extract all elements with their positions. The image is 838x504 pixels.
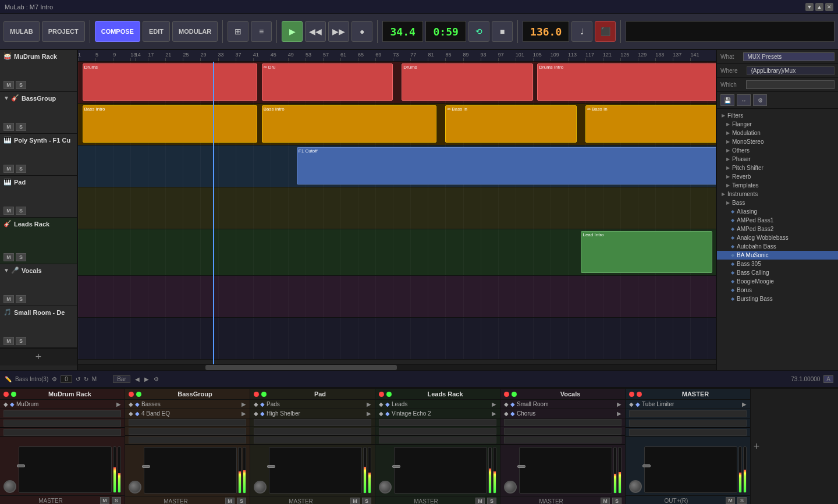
add-track-button[interactable]: + [0, 348, 77, 365]
ch-slot-dropdown-0[interactable] [629, 410, 747, 417]
ch-plugin-pads[interactable]: ◆ ◆ Pads ▶ [250, 400, 375, 409]
mudrum-mute-btn[interactable]: M [3, 81, 14, 89]
tree-item-instruments[interactable]: ▶Instruments [717, 190, 838, 198]
tree-item-modulation[interactable]: ▶Modulation [717, 129, 838, 137]
ch-active-vocals[interactable] [512, 392, 517, 397]
fader-track[interactable] [394, 447, 487, 494]
ch-power-pad[interactable] [254, 392, 259, 397]
ch-plugin-small-room[interactable]: ◆ ◆ Small Room ▶ [500, 400, 625, 409]
ch-plugin-high-shelber[interactable]: ◆ ◆ High Shelber ▶ [250, 409, 375, 418]
mudrum-solo-btn[interactable]: S [16, 81, 26, 89]
pad-mute-btn[interactable]: M [3, 207, 14, 215]
which-input[interactable] [746, 80, 835, 89]
plugin-arrow[interactable]: ▶ [492, 410, 496, 417]
clip-leads[interactable]: Lead Intro [581, 231, 712, 273]
bass-mute-btn[interactable]: M [3, 123, 14, 131]
panel-save-btn[interactable]: 💾 [720, 94, 734, 106]
ch-slot-dropdown-1[interactable] [129, 428, 246, 435]
ch-slot-dropdown-1[interactable] [379, 428, 496, 435]
ch-solo-btn[interactable]: S [112, 497, 121, 504]
poly-solo-btn[interactable]: S [16, 165, 26, 173]
ch-slot-dropdown-2[interactable] [3, 429, 121, 436]
ch-active-pad[interactable] [261, 392, 267, 397]
ch-solo-btn[interactable]: S [487, 498, 496, 504]
poly-mute-btn[interactable]: M [3, 165, 14, 173]
ch-mute-btn[interactable]: M [601, 498, 610, 504]
plugin-arrow[interactable]: ▶ [242, 401, 246, 407]
ch-slot-dropdown-2[interactable] [504, 436, 622, 443]
panel-nav-btn[interactable]: ↔ [737, 94, 751, 106]
vocals-mute-btn[interactable]: M [3, 295, 14, 303]
modular-button[interactable]: MODULAR [172, 21, 218, 42]
tree-item-others[interactable]: ▶Others [717, 146, 838, 155]
loop-button[interactable]: ⟲ [468, 21, 489, 42]
fader-track[interactable] [19, 446, 112, 493]
ch-power-vocals[interactable] [504, 392, 509, 397]
fader-track[interactable] [519, 447, 612, 494]
plugin-arrow[interactable]: ▶ [242, 410, 246, 417]
tree-item-templates[interactable]: ▶Templates [717, 181, 838, 190]
ch-slot-dropdown-0[interactable] [379, 419, 496, 426]
tree-item-amped-bass1[interactable]: ◆AMPed Bass1 [717, 216, 838, 225]
fader-handle[interactable] [517, 465, 525, 468]
nav-prev-btn[interactable]: ◀ [135, 376, 140, 382]
ch-slot-dropdown-2[interactable] [254, 436, 371, 443]
ch-slot-dropdown-2[interactable] [629, 429, 747, 436]
record-arm-button[interactable]: ⬛ [595, 21, 616, 42]
room-mute-btn[interactable]: M [3, 337, 14, 345]
bass-collapse-arrow[interactable]: ▼ [3, 95, 9, 101]
tree-item-bursting-bass[interactable]: ◆Bursting Bass [717, 294, 838, 303]
ch-active-master[interactable] [637, 392, 642, 397]
tree-item-bass-305[interactable]: ◆Bass 305 [717, 260, 838, 268]
tree-item-bass[interactable]: ▶Bass [717, 198, 838, 207]
clip-bass[interactable]: ∞ Bass In [585, 105, 716, 143]
fader-handle[interactable] [392, 465, 400, 468]
fader-track[interactable] [644, 446, 737, 493]
list-view-button[interactable]: ≡ [251, 21, 272, 42]
metronome-button[interactable]: ♩ [571, 21, 592, 42]
bar-settings-btn[interactable]: ⚙ [154, 376, 159, 382]
tree-item-filters[interactable]: ▶Filters [717, 111, 838, 120]
ch-mute-btn[interactable]: M [350, 498, 360, 504]
clip-drums[interactable]: Drums Intro [537, 63, 716, 101]
compose-button[interactable]: COMPOSE [95, 21, 140, 42]
plugin-arrow[interactable]: ▶ [367, 401, 371, 407]
ch-slot-dropdown-0[interactable] [3, 410, 121, 417]
plugin-arrow[interactable]: ▶ [116, 401, 121, 407]
tree-item-monostereo[interactable]: ▶MonoStereo [717, 137, 838, 146]
ch-slot-dropdown-0[interactable] [504, 419, 622, 426]
leads-mute-btn[interactable]: M [3, 253, 14, 261]
window-controls[interactable]: ▼ ▲ ✕ [805, 3, 833, 11]
plugin-arrow[interactable]: ▶ [617, 401, 622, 407]
forward-button[interactable]: ▶▶ [328, 21, 349, 42]
tree-item-bass-calling[interactable]: ◆Bass Calling [717, 268, 838, 277]
clip-poly[interactable]: F1 Cutoff [297, 147, 716, 184]
tree-item-phaser[interactable]: ▶Phaser [717, 155, 838, 164]
plugin-arrow[interactable]: ▶ [742, 401, 747, 407]
tree-item-analog-wobblebass[interactable]: ◆Analog Wobblebass [717, 233, 838, 242]
ch-slot-dropdown-2[interactable] [379, 436, 496, 443]
ch-power-drums[interactable] [3, 392, 9, 397]
fader-track[interactable] [144, 447, 237, 494]
mulab-button[interactable]: MULAB [3, 21, 40, 42]
ch-slot-dropdown-1[interactable] [504, 428, 622, 435]
clip-drums[interactable]: Drums [83, 63, 258, 101]
plugin-arrow[interactable]: ▶ [367, 410, 371, 417]
grid-view-button[interactable]: ⊞ [228, 21, 248, 42]
fader-knob[interactable] [3, 480, 16, 493]
vocals-solo-btn[interactable]: S [16, 295, 26, 303]
tree-item-autobahn-bass[interactable]: ◆Autobahn Bass [717, 242, 838, 251]
fader-knob[interactable] [254, 481, 267, 494]
pad-solo-btn[interactable]: S [16, 207, 26, 215]
fader-knob[interactable] [629, 480, 642, 493]
fader-track[interactable] [269, 447, 362, 494]
ch-active-leads[interactable] [386, 392, 392, 397]
ch-plugin-4-band-eq[interactable]: ◆ ◆ 4 Band EQ ▶ [125, 409, 250, 418]
maximize-btn[interactable]: ▲ [815, 3, 823, 11]
ch-plugin-chorus[interactable]: ◆ ◆ Chorus ▶ [500, 409, 625, 418]
marker-btn[interactable]: M [92, 376, 97, 382]
ch-slot-dropdown-2[interactable] [129, 436, 246, 443]
add-channel-button[interactable]: + [751, 389, 762, 504]
tree-item-boogiemoogie[interactable]: ◆BoogieMoogie [717, 277, 838, 286]
ch-solo-btn[interactable]: S [612, 498, 622, 504]
